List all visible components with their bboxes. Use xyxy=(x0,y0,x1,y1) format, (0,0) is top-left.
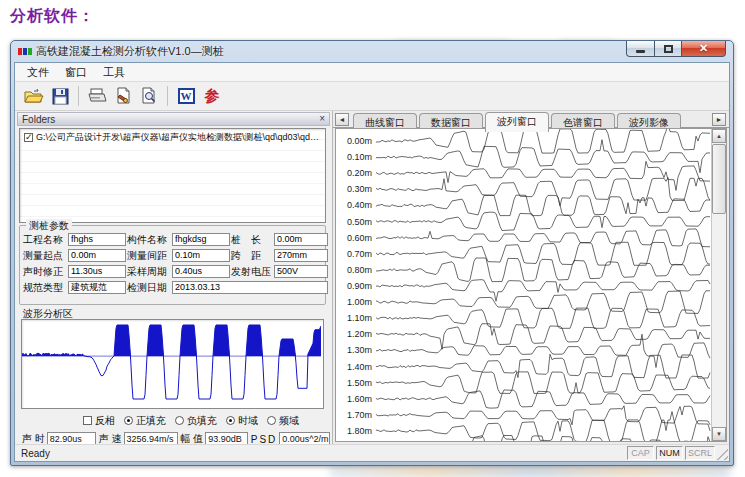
depth-label: 0.70m xyxy=(347,249,372,259)
maximize-icon xyxy=(664,45,673,53)
depth-labels: 0.00m0.10m0.20m0.30m0.40m0.50m0.60m0.70m… xyxy=(336,129,376,441)
close-icon: ✕ xyxy=(699,43,708,54)
param-value-field[interactable]: 500V xyxy=(274,265,328,278)
menu-item-2[interactable]: 工具 xyxy=(95,63,133,82)
param-value-field[interactable]: 0.10m xyxy=(172,249,230,262)
open-button[interactable] xyxy=(21,84,47,108)
param-value-field[interactable]: 0.00m xyxy=(68,249,126,262)
minimize-icon xyxy=(636,50,645,53)
param-value-field[interactable]: fhgkdsg xyxy=(172,233,230,246)
folder-checkbox[interactable] xyxy=(24,133,33,142)
time-domain-control[interactable]: 时域 xyxy=(226,414,258,428)
print-button[interactable] xyxy=(84,84,110,108)
scroll-up-icon[interactable]: ▲ xyxy=(712,129,726,143)
wave-trace xyxy=(376,291,710,314)
print-setup-button[interactable] xyxy=(110,84,136,108)
maximize-button[interactable] xyxy=(654,41,682,57)
wave-trace xyxy=(376,212,710,230)
depth-label: 0.20m xyxy=(347,168,372,178)
param-value-field[interactable]: 11.30us xyxy=(68,265,126,278)
vertical-scrollbar[interactable]: ▲ ▼ xyxy=(711,129,726,441)
scroll-down-icon[interactable]: ▼ xyxy=(712,427,726,441)
depth-label: 1.30m xyxy=(347,345,372,355)
tab-2[interactable]: 波列窗口 xyxy=(485,112,549,132)
fill-positive-label: 正填充 xyxy=(136,414,166,428)
tab-scroll-right-icon[interactable]: ► xyxy=(712,113,726,126)
param-value-field[interactable]: 0.00m xyxy=(274,233,328,246)
main-area: Folders × G:\公司产品设计开发\超声仪器\超声仪实地检测数据\测桩\… xyxy=(15,111,729,444)
toolbar-separator xyxy=(78,86,79,106)
depth-label: 1.00m xyxy=(347,297,372,307)
export-word-button[interactable]: W xyxy=(173,84,199,108)
minimize-button[interactable] xyxy=(626,41,655,57)
domain-radio-1[interactable] xyxy=(267,416,276,425)
depth-label: 0.90m xyxy=(347,281,372,291)
param-value-field[interactable]: 0.40us xyxy=(172,265,230,278)
print-setup-icon xyxy=(114,87,132,105)
invert-label: 反相 xyxy=(95,414,115,428)
page: 分析软件： 高铁建混凝土检测分析软件V1.0—测桩 ✕ 文件窗口工具 xyxy=(0,0,745,477)
param-label: 桩 长 xyxy=(231,233,273,246)
wave-trace xyxy=(376,324,710,350)
toolbar-separator xyxy=(167,86,168,106)
fill-negative-control[interactable]: 负填充 xyxy=(175,414,217,428)
fill-positive-control[interactable]: 正填充 xyxy=(124,414,166,428)
param-label: 采样周期 xyxy=(127,265,171,278)
wave-trace xyxy=(376,334,710,367)
param-label: 工程名称 xyxy=(23,233,67,246)
wave-train-view[interactable]: 0.00m0.10m0.20m0.30m0.40m0.50m0.60m0.70m… xyxy=(335,128,727,442)
client-area: 文件窗口工具 xyxy=(14,62,730,462)
wave-trace xyxy=(376,372,710,394)
param-value-field[interactable]: fhghs xyxy=(68,233,126,246)
tab-strip: ◄ 曲线窗口数据窗口波列窗口色谱窗口波列影像 ► xyxy=(333,111,729,128)
menu-item-1[interactable]: 窗口 xyxy=(57,63,95,82)
depth-label: 0.00m xyxy=(347,136,372,146)
domain-radio-0[interactable] xyxy=(226,416,235,425)
fill-radio-1[interactable] xyxy=(175,416,184,425)
wave-trace xyxy=(376,308,710,328)
menu-item-0[interactable]: 文件 xyxy=(19,63,57,82)
folder-list-item[interactable]: G:\公司产品设计开发\超声仪器\超声仪实地检测数据\测桩\qd\qd03\qd… xyxy=(20,131,325,143)
depth-label: 1.70m xyxy=(347,410,372,420)
depth-label: 1.80m xyxy=(347,426,372,436)
param-value-field[interactable]: 2013.03.13 xyxy=(172,281,328,294)
psd-label: PSD xyxy=(251,434,278,445)
invert-control[interactable]: 反相 xyxy=(81,414,115,428)
wave-trace xyxy=(376,280,710,302)
fill-negative-label: 负填充 xyxy=(187,414,217,428)
pile-params-groupbox: 测桩参数 工程名称fhghs构件名称fhgkdsg桩 长0.00m测量起点0.0… xyxy=(19,225,326,305)
freq-domain-control[interactable]: 频域 xyxy=(267,414,299,428)
depth-label: 1.50m xyxy=(347,378,372,388)
title-bar[interactable]: 高铁建混凝土检测分析软件V1.0—测桩 ✕ xyxy=(11,41,733,62)
scrollbar-thumb[interactable] xyxy=(712,144,726,214)
wave-trace xyxy=(376,258,710,282)
param-label: 发射电压 xyxy=(231,265,273,278)
parameters-button[interactable]: 参 xyxy=(199,84,225,108)
status-indicator-scrl: SCRL xyxy=(685,446,715,460)
app-icon xyxy=(18,48,32,55)
invert-checkbox[interactable] xyxy=(83,416,92,425)
print-preview-button[interactable] xyxy=(136,84,162,108)
status-indicator-num: NUM xyxy=(656,446,683,460)
wave-traces-svg xyxy=(376,129,711,441)
param-label: 规范类型 xyxy=(23,281,67,294)
depth-label: 1.10m xyxy=(347,313,372,323)
param-value-field[interactable]: 建筑规范 xyxy=(68,281,126,294)
folders-panel-header[interactable]: Folders × xyxy=(17,112,330,126)
param-label: 检测日期 xyxy=(127,281,171,294)
folder-path: G:\公司产品设计开发\超声仪器\超声仪实地检测数据\测桩\qd\qd03\qd… xyxy=(36,131,323,143)
param-value-field[interactable]: 270mm xyxy=(274,249,328,262)
wave-trace xyxy=(376,390,710,408)
printer-icon xyxy=(87,88,107,105)
depth-label: 0.10m xyxy=(347,152,372,162)
folders-list[interactable]: G:\公司产品设计开发\超声仪器\超声仪实地检测数据\测桩\qd\qd03\qd… xyxy=(19,128,326,223)
status-message: Ready xyxy=(15,448,50,459)
close-button[interactable]: ✕ xyxy=(681,41,726,57)
tab-scroll-left-icon[interactable]: ◄ xyxy=(335,113,349,126)
status-indicators: CAPNUMSCRL xyxy=(625,446,729,460)
waveform-plot[interactable] xyxy=(21,319,324,409)
folders-close-icon[interactable]: × xyxy=(319,114,325,124)
fill-radio-0[interactable] xyxy=(124,416,133,425)
save-button[interactable] xyxy=(47,84,73,108)
wave-trace xyxy=(376,354,710,378)
